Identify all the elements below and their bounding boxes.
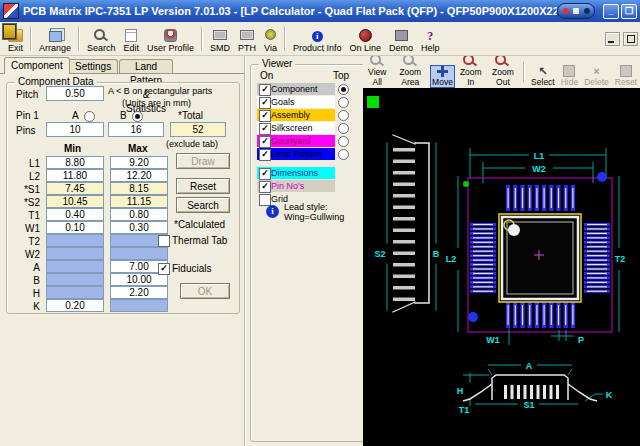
layer-pin-nos-checkbox[interactable] [259, 181, 271, 193]
info-icon [312, 31, 323, 42]
view-all-button[interactable]: View All [364, 56, 391, 88]
dim-label-l1: L1 [534, 151, 545, 161]
search-land-button[interactable]: Search [176, 197, 230, 213]
zoom-in-button[interactable]: Zoom In [457, 56, 485, 88]
pins-b-field[interactable]: 16 [108, 122, 164, 137]
delete-button[interactable]: × Delete [582, 65, 611, 88]
minimize-button[interactable]: _ [603, 4, 619, 19]
row-max-field[interactable]: 12.20 [110, 169, 168, 182]
pth-button[interactable]: PTH [235, 29, 259, 54]
pin1-option-a-radio[interactable] [84, 111, 95, 122]
row-min-field[interactable]: 10.45 [46, 195, 104, 208]
reset-view-button[interactable]: Reset [613, 64, 639, 88]
row-max-field [110, 299, 168, 312]
row-min-field[interactable]: 11.80 [46, 169, 104, 182]
via-button[interactable]: Via [261, 28, 280, 54]
hide-button[interactable]: Hide [559, 64, 580, 88]
pin1-option-b-radio[interactable] [132, 111, 143, 122]
restore-button[interactable]: ❒ [621, 4, 637, 19]
tab-land-pattern-statistics[interactable]: Land Pattern & Statistics [119, 59, 173, 73]
reset-button[interactable]: Reset [176, 178, 230, 194]
row-label: K [8, 301, 40, 312]
viewer-canvas[interactable]: S2 B L1 W2 L2 T2 [363, 88, 640, 446]
layer-goals-top-radio[interactable] [338, 97, 349, 108]
search-button[interactable]: Search [84, 27, 119, 54]
pins-a-field[interactable]: 10 [46, 122, 104, 137]
layer-land-pattern-top-radio[interactable] [338, 149, 349, 160]
layer-goals-checkbox[interactable] [259, 97, 271, 109]
smd-button[interactable]: SMD [207, 29, 233, 54]
main-toolbar: Exit Arrange Search Edit User Profile SM… [0, 22, 640, 56]
layer-grid-checkbox[interactable] [259, 194, 271, 206]
layer-component-top-radio[interactable] [338, 84, 349, 95]
zoom-area-button[interactable]: Zoom Area [393, 56, 429, 88]
via-icon [265, 29, 276, 40]
select-button[interactable]: ↖ Select [529, 65, 557, 88]
mdi-minimize-button[interactable] [605, 32, 620, 46]
layer-component-checkbox[interactable] [259, 84, 271, 96]
row-max-field[interactable]: 0.80 [110, 208, 168, 221]
row-min-field[interactable]: 0.20 [46, 299, 104, 312]
arrange-button[interactable]: Arrange [36, 30, 74, 54]
arrange-icon [49, 31, 62, 42]
dim-label-b: B [433, 249, 440, 259]
dim-label-h: H [457, 386, 464, 396]
fiducials-checkbox[interactable] [158, 263, 170, 275]
layer-dimensions-checkbox[interactable] [259, 168, 271, 180]
row-label: H [8, 288, 40, 299]
thermal-tab-checkbox[interactable] [158, 235, 170, 247]
mdi-restore-button[interactable] [623, 32, 638, 46]
layer-silkscreen-top-radio[interactable] [338, 123, 349, 134]
row-max-field[interactable]: 8.15 [110, 182, 168, 195]
edit-button[interactable]: Edit [121, 28, 143, 54]
pads-top [506, 185, 575, 211]
row-label: L2 [8, 171, 40, 182]
draw-button[interactable]: Draw [176, 153, 230, 169]
pitch-field[interactable]: 0.50 [46, 86, 104, 101]
layer-assembly-checkbox[interactable] [259, 110, 271, 122]
help-button[interactable]: Help [418, 29, 443, 54]
gadget-red-icon [563, 8, 569, 14]
rect-parts-note: A < B on rectangular parts [108, 86, 212, 96]
layer-courtyard-top-radio[interactable] [338, 136, 349, 147]
online-button[interactable]: On Line [347, 28, 385, 54]
row-max-field[interactable]: 9.20 [110, 156, 168, 169]
dim-label-s1: S1 [523, 400, 534, 410]
toolbar-separator [284, 27, 286, 51]
row-max-field[interactable]: 2.20 [110, 286, 168, 299]
row-label: B [8, 275, 40, 286]
row-max-field[interactable]: 11.15 [110, 195, 168, 208]
row-min-field[interactable]: 7.45 [46, 182, 104, 195]
total-field[interactable]: 52 [170, 122, 226, 137]
zoom-out-button[interactable]: Zoom Out [487, 56, 520, 88]
top-header: Top [333, 70, 349, 81]
layer-courtyard-checkbox[interactable] [259, 136, 271, 148]
row-label: A [8, 262, 40, 273]
row-label: *S2 [8, 197, 40, 208]
layer-assembly-top-radio[interactable] [338, 110, 349, 121]
row-label: T2 [8, 236, 40, 247]
user-profile-button[interactable]: User Profile [144, 28, 197, 54]
dim-label-l2: L2 [446, 254, 457, 264]
layer-land-pattern-checkbox[interactable] [259, 149, 271, 161]
row-min-field[interactable]: 0.40 [46, 208, 104, 221]
user-profile-icon [164, 29, 177, 42]
product-info-button[interactable]: Product Info [290, 30, 345, 54]
gadget-white-icon [573, 8, 579, 14]
move-button[interactable]: Move [430, 65, 455, 88]
tab-component[interactable]: Component [4, 57, 70, 74]
window-gadget[interactable] [557, 3, 595, 19]
ok-button[interactable]: OK [180, 283, 230, 299]
demo-button[interactable]: Demo [386, 29, 416, 54]
row-max-field[interactable]: 0.30 [110, 221, 168, 234]
row-min-field [46, 260, 104, 273]
row-min-field[interactable]: 0.10 [46, 221, 104, 234]
units-note: (Units are in mm) [122, 98, 191, 108]
exclude-tab-note: (exclude tab) [166, 139, 218, 149]
dim-label-t2: T2 [615, 254, 626, 264]
tab-settings[interactable]: Settings [68, 59, 118, 73]
layer-silkscreen-checkbox[interactable] [259, 123, 271, 135]
child-window-icon[interactable] [2, 23, 17, 40]
row-min-field[interactable]: 8.80 [46, 156, 104, 169]
dim-label-s2: S2 [374, 249, 385, 259]
